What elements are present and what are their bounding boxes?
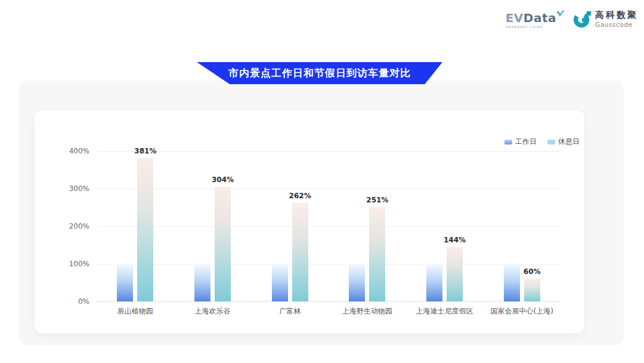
gausscode-logo-en: Gausscode: [595, 21, 638, 28]
bar-workday: [349, 264, 365, 302]
evdata-logo-text-data: Data: [524, 12, 556, 24]
evdata-logo-text-ev: EV: [506, 12, 524, 24]
y-axis-label: 300%: [51, 184, 89, 193]
bar-holiday: [447, 247, 463, 302]
y-axis-label: 200%: [51, 222, 89, 231]
plot-area: 381%辰山植物园304%上海欢乐谷262%广富林251%上海野生动物园144%…: [97, 151, 561, 302]
bar-workday: [504, 264, 520, 302]
bar-holiday: [292, 203, 308, 302]
x-axis-label: 辰山植物园: [117, 306, 153, 316]
legend-swatch-holiday: [547, 140, 555, 144]
title-banner: 市内景点工作日和节假日到访车量对比: [197, 62, 442, 84]
bar-holiday: [524, 279, 540, 302]
x-chevron-icon: [557, 10, 565, 18]
x-axis-label: 上海迪士尼度假区: [416, 306, 473, 316]
bar-holiday: [369, 207, 385, 302]
bar-workday: [272, 264, 288, 302]
y-axis: 0%100%200%300%400%: [51, 151, 89, 302]
legend-item-holiday[interactable]: 休息日: [547, 137, 580, 147]
gridline: [97, 301, 561, 302]
gausscode-g-icon: [573, 10, 592, 29]
evdata-logo: EV Data SHANGHAI CHINA: [506, 10, 565, 29]
chart-card: 工作日 休息日 0%100%200%300%400% 381%辰山植物园304%…: [35, 110, 584, 333]
gridline: [97, 264, 561, 264]
bar-value-label: 381%: [134, 147, 156, 155]
legend-item-workday[interactable]: 工作日: [504, 137, 537, 147]
bar-value-label: 144%: [444, 236, 466, 244]
x-axis-label: 上海欢乐谷: [195, 306, 231, 316]
legend-label-workday: 工作日: [515, 137, 537, 147]
y-axis-label: 400%: [51, 146, 89, 156]
gridline: [97, 151, 561, 152]
bar-value-label: 251%: [366, 196, 388, 204]
gridline: [97, 189, 561, 189]
bar-workday: [426, 264, 442, 302]
gausscode-logo: 高科数聚 Gausscode: [573, 10, 638, 29]
legend-label-holiday: 休息日: [558, 137, 580, 147]
x-axis-label: 国家会展中心(上海): [490, 306, 553, 316]
gridline: [97, 226, 561, 227]
y-axis-label: 0%: [51, 297, 89, 306]
bar-workday: [117, 264, 133, 302]
bar-holiday: [137, 158, 153, 302]
content-panel: 工作日 休息日 0%100%200%300%400% 381%辰山植物园304%…: [19, 81, 624, 345]
legend-swatch-workday: [504, 140, 512, 144]
gausscode-logo-cn: 高科数聚: [595, 10, 638, 20]
evdata-logo-subtext: SHANGHAI CHINA: [506, 26, 544, 29]
page-title: 市内景点工作日和节假日到访车量对比: [228, 66, 411, 80]
chart-legend: 工作日 休息日: [504, 137, 580, 147]
bar-value-label: 60%: [524, 267, 541, 276]
bar-workday: [194, 264, 210, 302]
x-axis-label: 上海野生动物园: [342, 306, 392, 316]
bar-value-label: 262%: [289, 192, 311, 200]
x-axis-label: 广富林: [279, 306, 301, 316]
y-axis-label: 100%: [51, 259, 89, 269]
bar-value-label: 304%: [212, 176, 234, 184]
header-logos: EV Data SHANGHAI CHINA 高科数聚 Gausscode: [506, 10, 638, 29]
bar-holiday: [215, 187, 231, 302]
